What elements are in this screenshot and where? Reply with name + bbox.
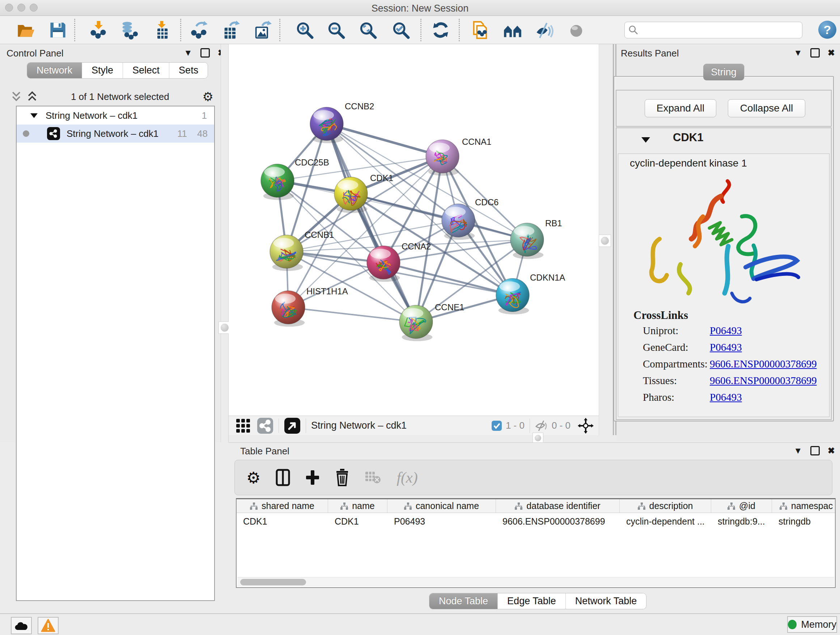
crosslink-value-link[interactable]: P06493 (710, 341, 742, 353)
warning-status-button[interactable] (38, 617, 58, 634)
column-header-canonical-name[interactable]: canonical name (387, 499, 496, 513)
node-label-CCNB1: CCNB1 (305, 230, 334, 240)
zoom-selected-button[interactable] (391, 20, 411, 40)
control-panel-tabs: NetworkStyleSelectSets (27, 62, 208, 79)
network-node-CCNA1[interactable] (426, 140, 459, 173)
zoom-fit-icon (358, 21, 377, 40)
column-header-namespac[interactable]: namespac (772, 499, 836, 513)
pan-crosshair-icon[interactable] (578, 418, 594, 434)
zoom-in-button[interactable] (295, 20, 314, 40)
expand-all-button[interactable]: Expand All (645, 99, 716, 117)
export-image-button[interactable] (253, 20, 272, 40)
cloud-status-button[interactable] (11, 617, 32, 634)
crosslink-row: Compartments:9606.ENSP00000378699 (643, 358, 817, 370)
collapse-all-button[interactable]: Collapse All (728, 99, 805, 117)
entry-collapse-icon[interactable] (641, 136, 651, 143)
panel-close-icon[interactable]: ✖ (828, 48, 835, 58)
node-label-CCNE1: CCNE1 (435, 302, 464, 312)
zoom-out-button[interactable] (326, 20, 346, 40)
delete-table-icon-disabled (365, 470, 381, 485)
network-node-CCNB1[interactable] (270, 235, 303, 268)
export-table-button[interactable] (221, 20, 240, 40)
crosslink-value-link[interactable]: P06493 (710, 325, 742, 336)
column-header-name[interactable]: name (328, 499, 387, 513)
birds-eye-view-icon[interactable] (284, 417, 301, 434)
tab-node-table[interactable]: Node Table (429, 593, 498, 609)
network-collection-row[interactable]: String Network – cdk1 1 (17, 106, 214, 125)
column-header-shared-name[interactable]: shared name (237, 499, 328, 513)
table-row[interactable]: CDK1CDK1P064939606.ENSP00000378699cyclin… (237, 513, 835, 530)
results-panel-title: Results Panel (621, 48, 679, 59)
network-node-RB1[interactable] (510, 223, 544, 256)
open-session-button[interactable] (16, 20, 35, 40)
panel-menu-icon[interactable]: ▼ (184, 48, 193, 58)
right-split-grip[interactable] (599, 234, 611, 247)
crosslink-value-link[interactable]: P06493 (710, 391, 742, 403)
column-header-database-identifier[interactable]: database identifier (496, 499, 620, 513)
export-network-button[interactable] (189, 20, 209, 40)
hide-selected-button[interactable] (535, 20, 554, 40)
network-graph[interactable]: CCNB2CCNA1CDC25BCDK1CDC6RB1CCNB1CCNA2CDK… (229, 44, 599, 416)
network-node-CCNE1[interactable] (399, 305, 433, 339)
network-row[interactable]: String Network – cdk1 11 48 (17, 125, 214, 143)
network-node-HIST1H1A[interactable] (272, 291, 305, 324)
tab-style[interactable]: Style (82, 63, 123, 78)
panel-menu-icon[interactable]: ▼ (794, 48, 802, 58)
show-all-button[interactable] (567, 20, 586, 40)
panel-close-icon[interactable]: ✖ (828, 446, 835, 456)
network-edge[interactable] (288, 307, 416, 322)
tab-edge-table[interactable]: Edge Table (498, 593, 566, 609)
save-session-button[interactable] (48, 20, 68, 40)
table-settings-gear-icon[interactable]: ⚙ (246, 469, 261, 487)
table-split-grip[interactable] (532, 432, 543, 443)
tree-expand-icon[interactable] (30, 112, 38, 119)
zoom-fit-content-button[interactable] (358, 20, 378, 40)
network-node-CDK1[interactable] (334, 177, 368, 211)
tab-network-table[interactable]: Network Table (566, 593, 646, 609)
search-input[interactable] (641, 25, 798, 35)
grid-view-icon[interactable] (236, 418, 251, 433)
import-table-from-file-button[interactable] (152, 20, 172, 40)
panel-float-icon[interactable] (201, 48, 210, 57)
table-toolbar: ⚙ f(x) (234, 460, 832, 495)
refresh-network-view-button[interactable] (431, 20, 450, 40)
first-neighbors-button[interactable] (503, 20, 523, 40)
crosslink-value-link[interactable]: 9606.ENSP00000378699 (710, 375, 817, 386)
network-options-gear-icon[interactable]: ⚙ (202, 89, 213, 104)
panel-menu-icon[interactable]: ▼ (794, 446, 802, 456)
eye-slash-icon (535, 21, 554, 40)
memory-status-button[interactable]: Memory (787, 616, 837, 633)
help-button[interactable]: ? (818, 21, 836, 39)
collapse-all-icon[interactable] (11, 91, 22, 103)
expand-all-icon[interactable] (27, 91, 38, 103)
table-cell: stringdb (772, 513, 836, 530)
scrollbar-thumb[interactable] (240, 579, 306, 585)
network-canvas[interactable]: CCNB2CCNA1CDC25BCDK1CDC6RB1CCNB1CCNA2CDK… (229, 44, 599, 416)
add-column-icon[interactable] (305, 470, 320, 486)
network-node-CDC6[interactable] (442, 204, 475, 237)
import-network-from-database-button[interactable] (119, 20, 139, 40)
network-node-CCNB2[interactable] (310, 107, 343, 141)
column-header-description[interactable]: description (620, 499, 711, 513)
window-titlebar: Session: New Session (0, 0, 840, 16)
tab-select[interactable]: Select (123, 63, 169, 78)
panel-float-icon[interactable] (810, 446, 820, 455)
column-header-@id[interactable]: @id (711, 499, 772, 513)
tab-network[interactable]: Network (27, 63, 82, 78)
network-node-CDKN1A[interactable] (496, 279, 529, 312)
tab-string[interactable]: String (703, 64, 745, 80)
tab-sets[interactable]: Sets (169, 63, 208, 78)
delete-column-trash-icon[interactable] (335, 469, 349, 486)
selected-checkbox-icon[interactable] (491, 420, 502, 431)
left-split-divider[interactable] (221, 44, 229, 442)
table-horizontal-scrollbar[interactable] (237, 577, 834, 586)
network-node-CCNA2[interactable] (367, 246, 400, 279)
crosslink-value-link[interactable]: 9606.ENSP00000378699 (710, 358, 817, 370)
show-columns-icon[interactable] (276, 469, 290, 486)
clone-network-button[interactable] (470, 20, 490, 40)
panel-float-icon[interactable] (810, 48, 820, 57)
hidden-eye-slash-icon[interactable] (535, 420, 549, 432)
network-share-view-icon[interactable] (257, 417, 273, 434)
network-node-CDC25B[interactable] (261, 164, 294, 197)
import-network-from-file-button[interactable] (88, 20, 108, 40)
